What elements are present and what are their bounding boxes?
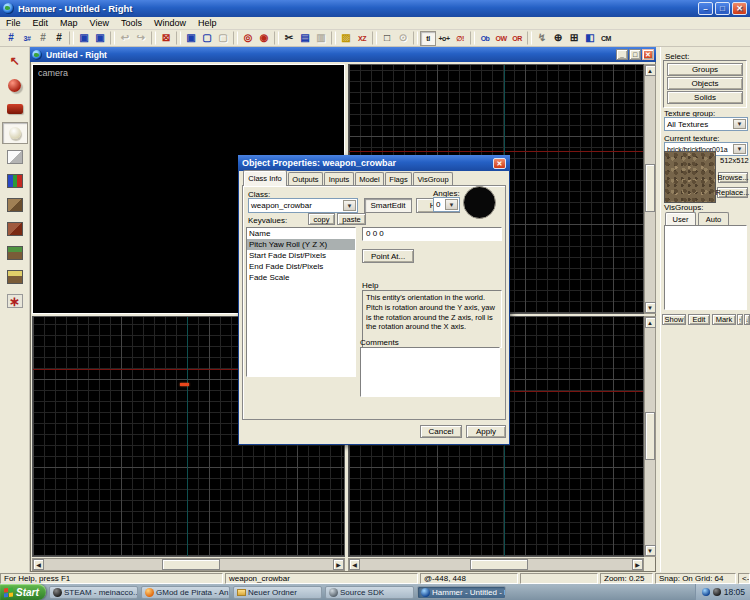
scroll-down-icon[interactable]: ▼ [645,302,656,313]
chevron-down-icon[interactable]: ▼ [733,144,746,154]
browse-button[interactable]: Browse... [718,172,748,183]
close-button[interactable]: ✕ [732,2,747,15]
entity-marker-weapon-crowbar[interactable] [180,383,189,386]
menu-file[interactable]: File [0,18,27,28]
clipping-tool-button[interactable] [2,266,28,288]
redo-icon[interactable]: ↪ [133,31,149,46]
point-at-button[interactable]: Point At... [362,249,414,263]
taskbar-item-steam[interactable]: STEAM - meinacco... [49,586,138,599]
paste-icon[interactable]: ▥ [313,31,329,46]
toggle-cordon-icon[interactable]: ▨ [338,31,354,46]
model-fade-icon[interactable]: ◧ [582,31,598,46]
toggle-group-ignore-icon[interactable]: ▢ [215,31,231,46]
angles-dropdown[interactable]: 0 ▼ [433,197,460,212]
menu-tools[interactable]: Tools [115,18,148,28]
cancel-button[interactable]: Cancel [420,425,462,438]
run-map-ob-icon[interactable]: Ob [477,31,493,46]
scroll-right-icon[interactable]: ▶ [632,559,643,570]
menu-help[interactable]: Help [192,18,223,28]
hide-selected-icon[interactable]: ◎ [240,31,256,46]
menu-map[interactable]: Map [54,18,84,28]
move-up-icon[interactable]: ↑ [737,314,743,325]
tab-visgroup[interactable]: VisGroup [413,172,453,186]
entity-filter-icon[interactable]: ∅! [452,31,468,46]
taskbar-item-neuer-ordner[interactable]: Neuer Ordner [233,586,322,599]
keyvalue-item-name[interactable]: Name [247,228,355,239]
taskbar-item-hammer[interactable]: Hammer - Untitled - R... [417,586,506,599]
texture-preview[interactable] [664,151,716,203]
magnify-tool-button[interactable] [2,74,28,96]
center-view-icon[interactable]: ⊕ [550,31,566,46]
toggle-grid-icon[interactable]: # [3,31,19,46]
keyvalue-item-fade-scale[interactable]: Fade Scale [247,272,355,283]
select-groups-button[interactable]: Groups [667,63,743,76]
select-mode-icon[interactable]: □ [379,31,395,46]
move-down-icon[interactable]: ↓ [744,314,750,325]
tray-steam-icon[interactable] [713,588,721,596]
map-minimize-button[interactable]: _ [616,49,628,60]
chevron-down-icon[interactable]: ▼ [445,199,458,210]
hide-unselected-icon[interactable]: ◉ [256,31,272,46]
ungroup-icon[interactable]: ▢ [199,31,215,46]
menu-edit[interactable]: Edit [27,18,55,28]
copy-button[interactable]: copy [308,213,335,225]
vertex-tool-button[interactable]: ∗ [2,290,28,312]
texture-application-tool-button[interactable] [2,170,28,192]
chevron-down-icon[interactable]: ▼ [343,200,356,211]
run-map-ow-icon[interactable]: OW [493,31,509,46]
load-window-state-icon[interactable]: ▣ [76,31,92,46]
keyvalues-list[interactable]: Name Pitch Yaw Roll (Y Z X) Start Fade D… [246,227,356,377]
toggle-3d-grid-icon[interactable]: 3# [19,31,35,46]
comments-textarea[interactable] [360,347,500,397]
dialog-close-icon[interactable]: ✕ [493,158,506,169]
scroll-down-icon[interactable]: ▼ [645,545,656,556]
copy-icon[interactable]: ▤ [297,31,313,46]
scroll-left-icon[interactable]: ◀ [349,559,360,570]
group-icon[interactable]: ▣ [183,31,199,46]
texture-lock-icon[interactable]: tl [420,31,436,46]
run-map-or-icon[interactable]: OR [509,31,525,46]
apply-current-texture-tool-button[interactable] [2,194,28,216]
carve-icon[interactable]: ⊠ [158,31,174,46]
maximize-button[interactable]: □ [715,2,730,15]
horizontal-scrollbar-bottom-right[interactable]: ◀ ▶ [348,558,644,571]
scale-lock-icon[interactable]: +o+ [436,31,452,46]
visgroups-mark-button[interactable]: Mark [712,314,736,325]
minimize-button[interactable]: – [698,2,713,15]
paste-button[interactable]: paste [337,213,366,225]
save-window-state-icon[interactable]: ▣ [92,31,108,46]
grid-window-icon[interactable]: ⊞ [566,31,582,46]
scroll-thumb[interactable] [645,164,655,212]
undo-icon[interactable]: ↩ [117,31,133,46]
tab-flags[interactable]: Flags [385,172,412,186]
keyvalue-item-end-fade[interactable]: End Fade Dist/Pixels [247,261,355,272]
dialog-titlebar[interactable]: Object Properties: weapon_crowbar ✕ [238,155,510,171]
tab-outputs[interactable]: Outputs [288,172,323,186]
scroll-up-icon[interactable]: ▲ [645,65,656,76]
keyvalue-item-start-fade[interactable]: Start Fade Dist/Pixels [247,250,355,261]
texture-group-dropdown[interactable]: All Textures ▼ [664,117,748,131]
keyvalue-value-input[interactable]: 0 0 0 [362,227,502,241]
decal-tool-button[interactable] [2,218,28,240]
chevron-down-icon[interactable]: ▼ [733,119,746,129]
angle-dial[interactable] [463,186,496,219]
block-tool-button[interactable] [2,146,28,168]
scroll-right-icon[interactable]: ▶ [333,559,344,570]
map-close-button[interactable]: ✕ [642,49,654,60]
scroll-up-icon[interactable]: ▲ [645,317,656,328]
entity-tool-button[interactable] [2,122,28,144]
cm-icon[interactable]: CM [598,31,614,46]
select-solids-button[interactable]: Solids [667,91,743,104]
magnify-mode-icon[interactable]: ⊙ [395,31,411,46]
menu-window[interactable]: Window [148,18,192,28]
taskbar-item-source-sdk[interactable]: Source SDK [325,586,414,599]
map-maximize-button[interactable]: □ [629,49,641,60]
grid-larger-icon[interactable]: # [51,31,67,46]
select-objects-button[interactable]: Objects [667,77,743,90]
smartedit-toggle-button[interactable]: SmartEdit [364,198,412,213]
taskbar-item-gmod-firefox[interactable]: GMod de Pirata - An... [141,586,230,599]
visgroups-tab-auto[interactable]: Auto [698,212,729,225]
pointer-arrow-icon[interactable]: ↯ [534,31,550,46]
scroll-thumb[interactable] [162,559,220,570]
visgroups-tab-user[interactable]: User [665,212,696,225]
